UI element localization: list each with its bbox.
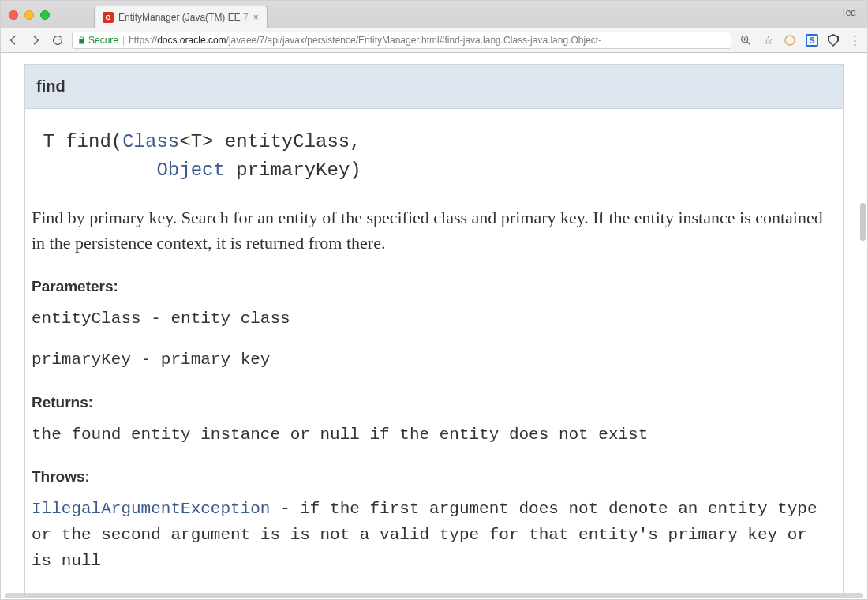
method-name-header: find [25,65,843,109]
throws-text: IllegalArgumentException - if the first … [32,497,836,574]
nav-buttons [7,34,64,47]
reload-icon[interactable] [51,34,64,47]
signature-line-1: T find(Class<T> entityClass, [32,131,361,152]
browser-tab[interactable]: O EntityManager (Java(TM) EE 7 × [94,6,268,28]
method-description: Find by primary key. Search for an entit… [32,205,836,256]
url-text: https://docs.oracle.com/javaee/7/api/jav… [129,35,601,46]
lock-icon [77,36,86,45]
browser-window: O EntityManager (Java(TM) EE 7 × Ted [0,0,868,600]
page-viewport[interactable]: find T find(Class<T> entityClass, Object… [1,53,867,599]
parameters-label: Parameters: [32,278,836,295]
extension-s-icon[interactable]: S [806,34,818,47]
horizontal-scrollbar[interactable] [5,593,863,598]
window-controls [9,10,50,20]
back-icon[interactable] [7,34,20,47]
minimize-window-icon[interactable] [24,10,34,20]
param-primarykey: primaryKey - primary key [32,347,836,373]
url-scheme: https:// [129,35,157,46]
tab-title-dim: 7 [243,12,249,23]
method-detail-block: find T find(Class<T> entityClass, Object… [24,64,844,597]
url-host: docs.oracle.com [157,35,226,46]
returns-label: Returns: [32,394,836,411]
close-window-icon[interactable] [9,10,18,20]
separator: | [122,35,125,46]
returns-text: the found entity instance or null if the… [32,422,836,448]
toolbar-right-icons: ☆ S ⋮ [739,34,861,47]
tab-strip: O EntityManager (Java(TM) EE 7 × Ted [1,1,867,28]
tab-title-main: EntityManager (Java(TM) EE [118,12,241,23]
address-bar[interactable]: Secure | https://docs.oracle.com/javaee/… [72,32,731,49]
javadoc-page: find T find(Class<T> entityClass, Object… [1,53,867,599]
browser-toolbar: Secure | https://docs.oracle.com/javaee/… [1,28,867,53]
profile-name[interactable]: Ted [841,7,856,18]
kebab-menu-icon[interactable]: ⋮ [848,34,861,47]
secure-label: Secure [88,35,118,46]
shield-icon[interactable] [828,34,839,47]
tab-favicon-icon: O [103,12,114,23]
postman-icon[interactable] [784,34,796,47]
method-body: T find(Class<T> entityClass, Object prim… [25,109,843,596]
throws-label: Throws: [32,468,836,486]
tab-close-icon[interactable]: × [253,12,259,23]
scrollbar-thumb[interactable] [860,203,866,241]
tab-title: EntityManager (Java(TM) EE 7 [118,12,249,23]
forward-icon[interactable] [29,34,42,47]
zoom-icon[interactable] [739,34,752,47]
secure-badge: Secure [77,35,118,46]
url-path: /javaee/7/api/javax/persistence/EntityMa… [226,35,602,46]
svg-point-1 [785,36,795,45]
param-entityclass: entityClass - entity class [32,306,836,332]
method-signature: T find(Class<T> entityClass, Object prim… [32,128,836,185]
bookmark-star-icon[interactable]: ☆ [761,34,774,47]
zoom-window-icon[interactable] [40,10,50,20]
signature-line-2: Object primaryKey) [32,159,361,181]
